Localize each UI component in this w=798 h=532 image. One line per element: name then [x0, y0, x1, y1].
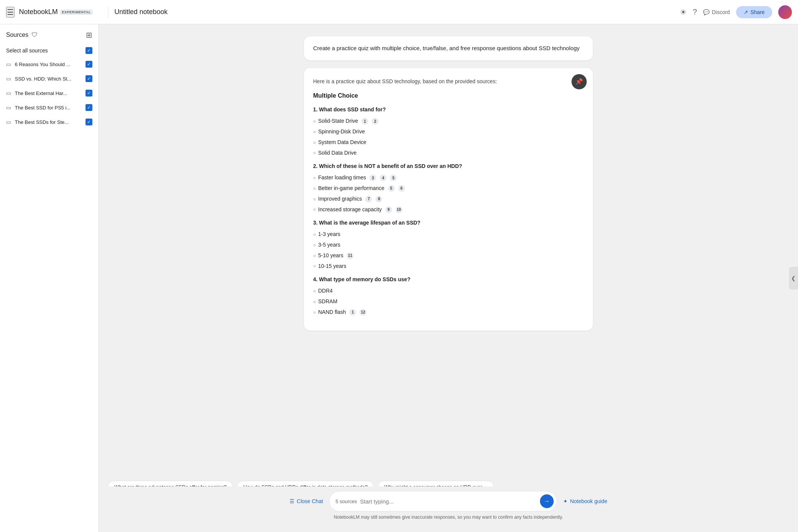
quiz-option: ○ Spinning-Disk Drive [313, 127, 584, 136]
help-btn[interactable]: ? [693, 8, 697, 16]
source-label: SSD vs. HDD: Which St... [15, 76, 82, 82]
source-item-1[interactable]: ▭ SSD vs. HDD: Which St... ✓ [0, 71, 98, 86]
radio-icon: ○ [313, 287, 316, 295]
quiz-option: ○ Faster loading times345 [313, 173, 584, 182]
section-heading: Multiple Choice [313, 90, 584, 101]
close-chat-button[interactable]: ☰ Close Chat [290, 498, 323, 504]
send-button[interactable]: → [540, 494, 554, 508]
option-text: Spinning-Disk Drive [318, 127, 365, 136]
citation-badge[interactable]: 3 [369, 174, 376, 181]
radio-icon: ○ [313, 149, 316, 157]
source-item-4[interactable]: ▭ The Best SSDs for Ste... ✓ [0, 115, 98, 129]
quiz-option: ○ 5-10 years11 [313, 251, 584, 260]
quiz-option: ○ 1-3 years [313, 230, 584, 239]
experimental-badge: EXPERIMENTAL [60, 10, 93, 15]
quiz-option: ○ 10-15 years [313, 262, 584, 271]
option-text: 1-3 years [318, 230, 340, 239]
share-button[interactable]: ↗ Share [736, 6, 772, 18]
citation-badge[interactable]: 5 [390, 174, 397, 181]
footer-note: NotebookLM may still sometimes give inac… [108, 515, 789, 520]
option-text: 3-5 years [318, 241, 340, 250]
theme-toggle-btn[interactable]: ☀ [680, 8, 687, 17]
sparkle-icon: ✦ [563, 498, 568, 504]
citation-badge[interactable]: 7 [365, 196, 372, 203]
radio-icon: ○ [313, 309, 316, 316]
question-text: 4. What type of memory do SSDs use? [313, 275, 584, 284]
menu-icon[interactable]: ☰ [6, 7, 14, 17]
question-text: 2. Which of these is NOT a benefit of an… [313, 162, 584, 171]
source-list: ▭ 6 Reasons You Should ... ✓ ▭ SSD vs. H… [0, 57, 98, 129]
citation-badge[interactable]: 12 [359, 309, 366, 316]
quiz-option: ○ System Data Device [313, 138, 584, 147]
sidebar: Sources 🛡 ⊞ Select all sources ✓ ▭ 6 Rea… [0, 24, 99, 532]
citation-badge[interactable]: 10 [396, 206, 402, 213]
quiz-option: ○ SDRAM [313, 297, 584, 306]
citation-badge[interactable]: 1 [349, 309, 356, 316]
send-icon: → [544, 498, 550, 505]
chat-messages: Create a practice quiz with multiple cho… [99, 24, 798, 532]
chat-input-wrapper: 5 sources → [329, 491, 557, 511]
question-text: 3. What is the average lifespan of an SS… [313, 218, 584, 228]
source-checkbox[interactable]: ✓ [86, 90, 92, 97]
citation-badge[interactable]: 6 [398, 185, 405, 192]
radio-icon: ○ [313, 298, 316, 306]
option-text: Better in-game performance [318, 184, 384, 193]
source-file-icon: ▭ [6, 119, 11, 125]
quiz-question-3: 4. What type of memory do SSDs use? ○ DD… [313, 275, 584, 317]
citation-badge[interactable]: 5 [388, 185, 395, 192]
avatar[interactable] [778, 5, 792, 19]
source-checkbox[interactable]: ✓ [86, 119, 92, 125]
pin-button[interactable]: 📌 [572, 74, 587, 89]
chat-area: Create a practice quiz with multiple cho… [99, 24, 798, 532]
notebook-title[interactable]: Untitled notebook [114, 8, 680, 16]
source-checkbox[interactable]: ✓ [86, 75, 92, 82]
citation-badge[interactable]: 4 [380, 174, 386, 181]
quiz-option: ○ 3-5 years [313, 241, 584, 250]
quiz-question-1: 2. Which of these is NOT a benefit of an… [313, 162, 584, 214]
sources-title: Sources [6, 32, 28, 38]
quiz-questions: 1. What does SSD stand for? ○ Solid-Stat… [313, 105, 584, 317]
notebook-guide-label: Notebook guide [570, 498, 607, 504]
option-text: 10-15 years [318, 262, 346, 271]
radio-icon: ○ [313, 117, 316, 125]
source-item-2[interactable]: ▭ The Best External Har... ✓ [0, 86, 98, 100]
radio-icon: ○ [313, 231, 316, 238]
source-checkbox[interactable]: ✓ [86, 104, 92, 111]
source-checkbox[interactable]: ✓ [86, 61, 92, 68]
radio-icon: ○ [313, 206, 316, 213]
citation-badge[interactable]: 11 [347, 252, 353, 259]
source-item-0[interactable]: ▭ 6 Reasons You Should ... ✓ [0, 57, 98, 71]
right-panel-collapse[interactable]: ❮ [789, 267, 798, 290]
header-logo: NotebookLM EXPERIMENTAL [19, 8, 93, 16]
quiz-option: ○ NAND flash112 [313, 308, 584, 317]
quiz-option: ○ DDR4 [313, 287, 584, 296]
user-message-text: Create a practice quiz with multiple cho… [313, 45, 580, 51]
citation-badge[interactable]: 2 [372, 118, 378, 125]
radio-icon: ○ [313, 262, 316, 270]
quiz-option: ○ Solid Data Drive [313, 149, 584, 158]
option-text: Improved graphics [318, 195, 362, 204]
app-name: NotebookLM [19, 8, 58, 16]
radio-icon: ○ [313, 195, 316, 203]
citation-badge[interactable]: 1 [361, 118, 368, 125]
radio-icon: ○ [313, 128, 316, 136]
notebook-guide-button[interactable]: ✦ Notebook guide [563, 498, 607, 504]
option-text: NAND flash [318, 308, 346, 317]
option-text: Increased storage capacity [318, 205, 382, 214]
user-message: Create a practice quiz with multiple cho… [304, 36, 593, 60]
share-icon: ↗ [744, 9, 748, 15]
citation-badge[interactable]: 8 [375, 196, 382, 203]
shield-icon: 🛡 [32, 32, 38, 38]
radio-icon: ○ [313, 241, 316, 249]
select-all-checkbox[interactable]: ✓ [86, 47, 92, 54]
select-all-row[interactable]: Select all sources ✓ [0, 44, 98, 57]
option-text: DDR4 [318, 287, 332, 296]
source-file-icon: ▭ [6, 76, 11, 82]
sources-title-row: Sources 🛡 [6, 32, 38, 38]
discord-btn[interactable]: 💬 Discord [703, 9, 730, 15]
citation-badge[interactable]: 9 [385, 206, 392, 213]
chat-input[interactable] [360, 498, 537, 505]
add-source-button[interactable]: ⊞ [86, 30, 92, 40]
source-item-3[interactable]: ▭ The Best SSD for PS5 i... ✓ [0, 100, 98, 115]
close-chat-label: Close Chat [297, 498, 323, 504]
